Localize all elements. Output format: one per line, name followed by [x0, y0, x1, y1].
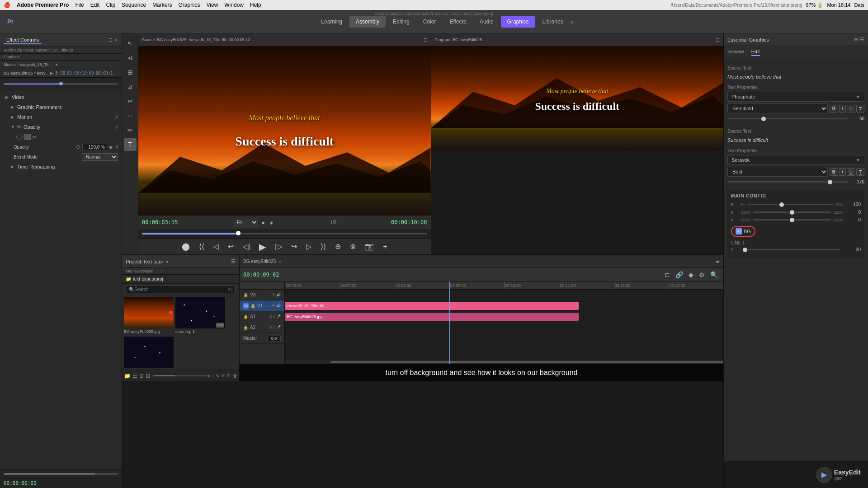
italic-btn-1[interactable]: I: [839, 105, 846, 113]
eg-tab-edit[interactable]: Edit: [751, 48, 760, 56]
sort-btn[interactable]: ↕: [212, 373, 214, 378]
nav-libraries[interactable]: Libraries: [536, 16, 570, 28]
nav-assembly[interactable]: Assembly: [349, 16, 386, 28]
menu-help[interactable]: Help: [250, 2, 261, 8]
source-step-fwd-btn[interactable]: ▷: [303, 240, 314, 253]
underline-btn-2[interactable]: U: [847, 168, 855, 176]
freeform-view-btn[interactable]: ⊟: [146, 373, 150, 379]
size-slider-2-thumb[interactable]: [828, 180, 832, 184]
nav-graphics[interactable]: Graphics: [501, 16, 535, 28]
opacity-reset-btn[interactable]: ↺: [114, 145, 118, 150]
source-mark-in-btn[interactable]: ⬤: [179, 240, 193, 253]
tl-snap-btn[interactable]: ⊏: [663, 270, 672, 279]
source-playback-thumb[interactable]: [236, 231, 241, 235]
pen-tool-btn[interactable]: ✏: [124, 124, 137, 136]
menu-graphics[interactable]: Graphics: [178, 2, 200, 8]
time-remapping-item[interactable]: ▶ Time Remapping: [0, 162, 122, 172]
a2-s-icon[interactable]: S: [273, 325, 275, 329]
a1-lock-icon[interactable]: 🔒: [243, 314, 248, 319]
line1-s-slider[interactable]: [743, 249, 840, 250]
s-slider[interactable]: [747, 204, 833, 205]
audio-clip-mixer-tab[interactable]: Audio Clip Mixer: easyedit_18_Title-80: [0, 47, 122, 54]
tl-add-marker-btn[interactable]: ◆: [687, 270, 695, 279]
program-monitor-settings-icon[interactable]: ☰: [716, 38, 720, 42]
v3-audio-icon[interactable]: 🔊: [276, 293, 281, 297]
automate-btn[interactable]: ↯: [216, 373, 219, 378]
stopwatch-icon[interactable]: ⏱: [76, 145, 80, 150]
new-bin-btn[interactable]: 📁: [124, 373, 131, 379]
opacity-reset-icon[interactable]: ↺: [114, 125, 118, 130]
selection-tool-btn[interactable]: ↖: [124, 37, 137, 50]
nav-effects[interactable]: Effects: [443, 16, 472, 28]
eg-tab-browse[interactable]: Browse: [727, 48, 744, 56]
source-insert-btn[interactable]: ⊕: [332, 240, 344, 253]
project-file-item[interactable]: 📁 text tutor.prproj: [122, 275, 239, 284]
panel-scroll-bar[interactable]: [0, 469, 122, 478]
menu-view[interactable]: View: [207, 2, 218, 8]
tl-settings-btn[interactable]: ⚙: [697, 270, 707, 279]
list-view-btn[interactable]: ☰: [132, 373, 137, 379]
media-browser-label[interactable]: Media Browser: [126, 269, 153, 273]
apple-icon[interactable]: 🍎: [4, 2, 10, 8]
captions-tab[interactable]: Captions: [0, 54, 122, 61]
timeline-hscroll-thumb[interactable]: [330, 361, 723, 363]
bold-btn-1[interactable]: B: [830, 105, 838, 113]
find-btn[interactable]: ⊕: [221, 373, 225, 378]
nav-learning[interactable]: Learning: [315, 16, 349, 28]
media-browser-expand[interactable]: »: [161, 269, 163, 273]
bg-clip[interactable]: BG easyEdit025.jpg: [285, 313, 579, 321]
timeline-hscroll[interactable]: [285, 360, 723, 364]
x-slider-thumb[interactable]: [790, 210, 794, 215]
type-tool-btn[interactable]: T: [124, 138, 137, 151]
more-nav-icon[interactable]: »: [571, 18, 574, 25]
style-select-1[interactable]: SemiboldRegularBoldItalic: [727, 103, 828, 113]
font-selector-2[interactable]: Seravek ▼: [727, 155, 864, 165]
tl-search-btn[interactable]: 🔍: [708, 270, 720, 279]
a1-m-icon[interactable]: M: [269, 314, 272, 319]
v3-lock-icon[interactable]: 🔒: [243, 293, 248, 297]
size-slider-1-thumb[interactable]: [761, 117, 766, 121]
source-prev-frame-btn[interactable]: ◁|: [240, 240, 253, 253]
stroke-btn-1[interactable]: T̲: [856, 105, 864, 113]
eg-settings-icon[interactable]: ⊞: [854, 37, 858, 42]
timeline-ruler[interactable]: 00:06:00 00:07:00 00:08:00 00:09:00 00:1…: [285, 282, 723, 290]
clear-btn[interactable]: 🗑: [233, 373, 237, 378]
thumb-size-slider[interactable]: [154, 375, 206, 376]
track-select-tool-btn[interactable]: ⊲: [124, 52, 137, 64]
menu-window[interactable]: Window: [224, 2, 244, 8]
x-slider[interactable]: [753, 211, 831, 213]
a2-lock-icon[interactable]: 🔒: [243, 325, 248, 330]
blend-mode-select[interactable]: Normal Multiply Screen: [82, 153, 118, 161]
tab-effect-controls[interactable]: Effect Controls: [4, 36, 42, 44]
nav-color[interactable]: Color: [417, 16, 443, 28]
v3-eye-icon[interactable]: 👁: [272, 293, 275, 297]
opacity-diamond-icon[interactable]: ◆: [109, 145, 113, 150]
y-slider-thumb[interactable]: [790, 218, 794, 222]
source-camera-btn[interactable]: 📷: [362, 240, 377, 253]
graphic-params-item[interactable]: ▶ Graphic Parameters: [0, 102, 122, 112]
menu-sequence[interactable]: Sequence: [122, 2, 146, 8]
project-item-bg[interactable]: BG easyEdit025.jpg: [124, 297, 174, 335]
motion-reset-icon[interactable]: ↺: [114, 115, 118, 120]
menu-clip[interactable]: Clip: [106, 2, 115, 8]
source-playback-bar[interactable]: [138, 229, 431, 238]
opacity-pen-icon[interactable]: ✏: [33, 134, 37, 140]
opacity-item[interactable]: ▼ fx Opacity ↺: [0, 122, 122, 132]
source-prev-in-btn[interactable]: ⟨⟨: [196, 240, 207, 253]
v1-audio-icon[interactable]: 🔊: [276, 304, 281, 308]
nav-audio[interactable]: Audio: [473, 16, 500, 28]
font-selector-1[interactable]: Phosphate ▼: [727, 92, 864, 102]
project-menu-icon[interactable]: ☰: [231, 258, 236, 264]
a2-mic-icon[interactable]: 🎤: [276, 325, 281, 329]
source-audio-btn[interactable]: ◈: [268, 219, 275, 226]
a1-s-icon[interactable]: S: [273, 314, 275, 319]
title-clip[interactable]: easyedit_18_Title-80: [285, 302, 579, 310]
tl-link-btn[interactable]: 🔗: [674, 270, 685, 279]
source-overwrite-btn[interactable]: ⊗: [347, 240, 359, 253]
nav-editing[interactable]: Editing: [387, 16, 416, 28]
slip-tool-btn[interactable]: ↔: [124, 109, 137, 122]
menu-markers[interactable]: Markers: [152, 2, 172, 8]
menu-file[interactable]: File: [75, 2, 84, 8]
source-add-btn[interactable]: +: [380, 241, 390, 253]
video-section-header[interactable]: ▶ Video: [0, 92, 122, 102]
